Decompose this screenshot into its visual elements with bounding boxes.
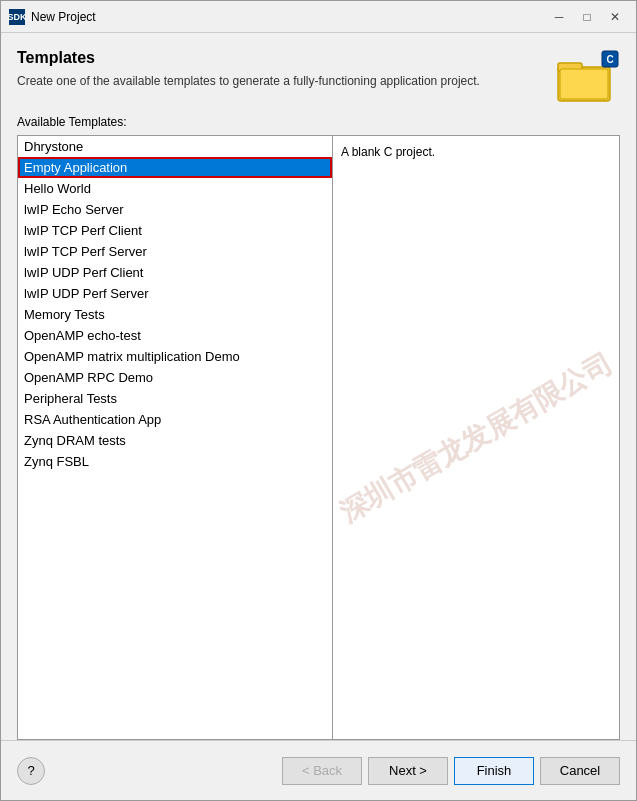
template-item-zynq-dram-tests[interactable]: Zynq DRAM tests bbox=[18, 430, 332, 451]
template-item-memory-tests[interactable]: Memory Tests bbox=[18, 304, 332, 325]
template-item-rsa-auth-app[interactable]: RSA Authentication App bbox=[18, 409, 332, 430]
help-button[interactable]: ? bbox=[17, 757, 45, 785]
template-item-openamp-echo-test[interactable]: OpenAMP echo-test bbox=[18, 325, 332, 346]
template-item-hello-world[interactable]: Hello World bbox=[18, 178, 332, 199]
close-button[interactable]: ✕ bbox=[602, 7, 628, 27]
dialog-title: New Project bbox=[31, 10, 546, 24]
page-header: Templates Create one of the available te… bbox=[17, 49, 620, 103]
finish-button[interactable]: Finish bbox=[454, 757, 534, 785]
description-panel: A blank C project. 深圳市雷龙发展有限公司 bbox=[333, 136, 619, 739]
template-item-lwip-echo-server[interactable]: lwIP Echo Server bbox=[18, 199, 332, 220]
page-title: Templates bbox=[17, 49, 546, 67]
template-item-lwip-tcp-perf-client[interactable]: lwIP TCP Perf Client bbox=[18, 220, 332, 241]
watermark: 深圳市雷龙发展有限公司 bbox=[333, 344, 619, 531]
template-item-openamp-rpc-demo[interactable]: OpenAMP RPC Demo bbox=[18, 367, 332, 388]
title-bar-buttons: ─ □ ✕ bbox=[546, 7, 628, 27]
back-button[interactable]: < Back bbox=[282, 757, 362, 785]
template-item-lwip-tcp-perf-server[interactable]: lwIP TCP Perf Server bbox=[18, 241, 332, 262]
template-item-peripheral-tests[interactable]: Peripheral Tests bbox=[18, 388, 332, 409]
section-label: Available Templates: bbox=[17, 115, 620, 129]
template-item-zynq-fsbl[interactable]: Zynq FSBL bbox=[18, 451, 332, 472]
templates-icon: C bbox=[556, 49, 620, 103]
templates-container: DhrystoneEmpty ApplicationHello WorldlwI… bbox=[17, 135, 620, 740]
template-item-lwip-udp-perf-client[interactable]: lwIP UDP Perf Client bbox=[18, 262, 332, 283]
page-description: Create one of the available templates to… bbox=[17, 73, 546, 90]
template-item-openamp-matrix-demo[interactable]: OpenAMP matrix multiplication Demo bbox=[18, 346, 332, 367]
svg-text:C: C bbox=[606, 54, 613, 65]
next-button[interactable]: Next > bbox=[368, 757, 448, 785]
header-text: Templates Create one of the available te… bbox=[17, 49, 546, 90]
template-item-lwip-udp-perf-server[interactable]: lwIP UDP Perf Server bbox=[18, 283, 332, 304]
svg-rect-2 bbox=[560, 69, 608, 99]
content-area: Templates Create one of the available te… bbox=[1, 33, 636, 740]
new-project-dialog: SDK New Project ─ □ ✕ Templates Create o… bbox=[0, 0, 637, 801]
description-text: A blank C project. bbox=[341, 145, 435, 159]
cancel-button[interactable]: Cancel bbox=[540, 757, 620, 785]
template-list[interactable]: DhrystoneEmpty ApplicationHello WorldlwI… bbox=[18, 136, 333, 739]
title-bar: SDK New Project ─ □ ✕ bbox=[1, 1, 636, 33]
template-item-empty-application[interactable]: Empty Application bbox=[18, 157, 332, 178]
maximize-button[interactable]: □ bbox=[574, 7, 600, 27]
template-item-dhrystone[interactable]: Dhrystone bbox=[18, 136, 332, 157]
button-bar: ? < Back Next > Finish Cancel bbox=[1, 740, 636, 800]
minimize-button[interactable]: ─ bbox=[546, 7, 572, 27]
app-icon: SDK bbox=[9, 9, 25, 25]
